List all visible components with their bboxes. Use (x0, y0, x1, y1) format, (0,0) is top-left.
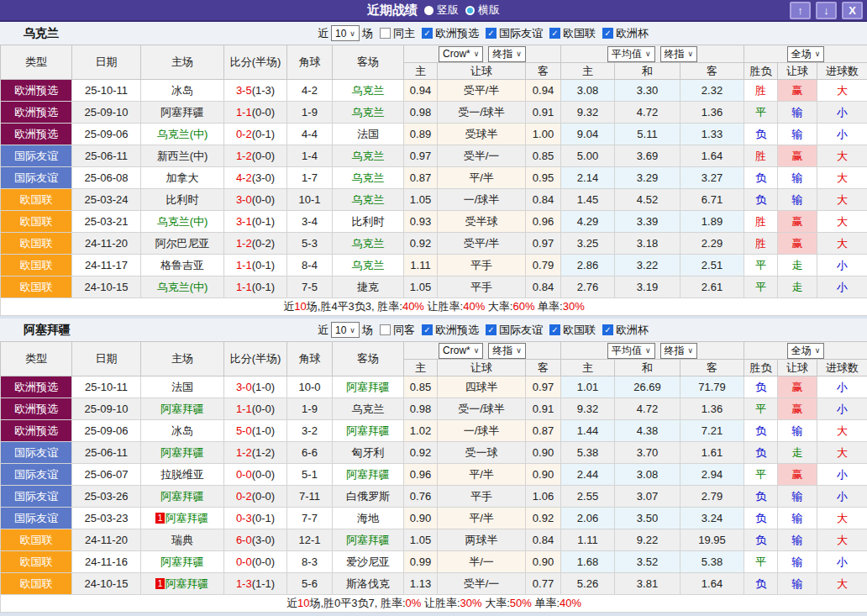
chevron-down-icon: ∨ (474, 346, 480, 355)
avg-away-odds: 2.32 (680, 80, 744, 102)
col-corner: 角球 (287, 342, 333, 376)
away-team: 法国 (333, 124, 404, 145)
chevron-down-icon: ∨ (474, 50, 480, 58)
handicap-line: 两球半 (438, 529, 526, 551)
avg-draw-odds: 4.52 (615, 189, 680, 211)
away-team: 乌克兰 (333, 145, 404, 167)
avg-away-odds: 2.79 (680, 486, 744, 508)
result-wdl: 胜 (744, 211, 778, 233)
result-handicap: 赢 (778, 376, 817, 398)
handicap-line: 平手 (438, 255, 526, 276)
result-handicap: 赢 (778, 398, 817, 420)
league-checkbox-3[interactable]: ✓ (602, 324, 613, 335)
match-row: 欧洲预选 25-09-10 阿塞拜疆 1-1(0-0) 1-9 乌克兰 0.98… (1, 398, 867, 420)
handicap-line: 受半球 (438, 211, 526, 233)
chevron-down-icon: ∨ (645, 50, 651, 58)
result-wdl: 胜 (744, 80, 778, 102)
handicap-away-odds: 0.97 (526, 233, 561, 255)
layout-radio-vertical[interactable]: 竖版 (424, 3, 459, 18)
matches-table: 类型 日期 主场 比分(半场) 角球 客场 Crow*∨ 终指∨ 平均值∨ 终指… (0, 45, 867, 316)
result-handicap: 输 (778, 167, 817, 189)
avg-draw-odds: 5.11 (615, 124, 680, 145)
avg-home-odds: 9.32 (561, 398, 615, 420)
handicap-away-odds: 1.00 (526, 124, 561, 145)
league-checkbox-0[interactable]: ✓ (422, 28, 433, 39)
match-count-select[interactable]: 10∨ (331, 322, 360, 338)
scope-select[interactable]: 全场∨ (787, 46, 825, 62)
corner-score: 5-6 (287, 573, 333, 595)
handicap-away-odds: 0.92 (526, 508, 561, 529)
score-cell: 0-0(0-0) (224, 464, 287, 486)
result-goals: 大 (817, 167, 867, 189)
handicap-away-odds: 0.77 (526, 573, 561, 595)
col-goals-result: 进球数 (817, 360, 867, 376)
home-team: 1阿塞拜疆 (141, 573, 224, 595)
league-checkbox-3[interactable]: ✓ (602, 28, 613, 39)
handicap-line: 受平/半 (438, 80, 526, 102)
league-label-3: 欧洲杯 (616, 323, 649, 338)
odds-stage-select[interactable]: 终指∨ (488, 46, 526, 62)
down-arrow-icon: ↓ (823, 4, 829, 17)
avg-home-odds: 3.08 (561, 80, 615, 102)
result-handicap: 输 (778, 189, 817, 211)
near-label: 近 (318, 323, 328, 338)
avg-away-odds: 1.36 (680, 398, 744, 420)
league-badge: 欧国联 (1, 255, 72, 276)
avg-home-odds: 1.11 (561, 529, 615, 551)
avg-draw-odds: 3.81 (615, 573, 680, 595)
corner-score: 1-7 (287, 167, 333, 189)
away-team: 乌克兰 (333, 167, 404, 189)
team-name: 阿塞拜疆 (24, 323, 71, 338)
match-count-select[interactable]: 10∨ (331, 25, 360, 41)
col-hcp-home: 主 (404, 360, 438, 376)
league-checkbox-0[interactable]: ✓ (422, 324, 433, 335)
score-cell: 3-0(0-0) (224, 189, 287, 211)
average-select[interactable]: 平均值∨ (607, 46, 655, 62)
match-count-value: 10 (335, 28, 346, 39)
scope-select[interactable]: 全场∨ (787, 343, 825, 359)
league-checkbox-1[interactable]: ✓ (486, 324, 497, 335)
layout-radio-horizontal[interactable]: 横版 (465, 3, 500, 18)
result-wdl: 负 (744, 442, 778, 464)
match-row: 欧国联 24-10-15 1阿塞拜疆 1-3(1-1) 5-6 斯洛伐克 1.1… (1, 573, 867, 595)
move-down-button[interactable]: ↓ (816, 2, 837, 19)
handicap-away-odds: 0.95 (526, 167, 561, 189)
same-venue-checkbox[interactable] (380, 28, 391, 39)
avg-stage-select[interactable]: 终指∨ (660, 46, 698, 62)
score-cell: 0-2(0-0) (224, 486, 287, 508)
avg-home-odds: 5.38 (561, 442, 615, 464)
handicap-line: 平/半 (438, 167, 526, 189)
away-team: 乌克兰 (333, 233, 404, 255)
league-checkbox-2[interactable]: ✓ (549, 324, 560, 335)
away-team: 爱沙尼亚 (333, 551, 404, 573)
col-wdl: 胜负 (744, 63, 778, 80)
result-handicap: 输 (778, 124, 817, 145)
handicap-home-odds: 0.98 (404, 102, 438, 124)
league-checkbox-2[interactable]: ✓ (549, 28, 560, 39)
col-hcp-away: 客 (526, 360, 561, 376)
result-wdl: 平 (744, 255, 778, 276)
match-row: 欧国联 25-03-21 乌克兰(中) 3-1(0-1) 3-4 比利时 0.9… (1, 211, 867, 233)
result-goals: 小 (817, 376, 867, 398)
move-up-button[interactable]: ↑ (790, 2, 811, 19)
bookmaker-select[interactable]: Crow*∨ (439, 46, 483, 62)
avg-away-odds: 71.79 (680, 376, 744, 398)
odds-stage-select[interactable]: 终指∨ (488, 343, 526, 359)
home-team: 冰岛 (141, 80, 224, 102)
handicap-line: 受半/一 (438, 573, 526, 595)
same-venue-checkbox[interactable] (380, 324, 391, 335)
result-handicap: 输 (778, 508, 817, 529)
handicap-line: 平/半 (438, 464, 526, 486)
home-team: 冰岛 (141, 420, 224, 442)
handicap-home-odds: 0.85 (404, 376, 438, 398)
section-filter-bar: 阿塞拜疆 近 10∨ 场 同客 ✓ 欧洲预选 ✓ 国际友谊 ✓ 欧国联 ✓ 欧洲… (0, 319, 867, 341)
bookmaker-select[interactable]: Crow*∨ (439, 343, 483, 359)
result-goals: 大 (817, 80, 867, 102)
col-away: 客场 (333, 45, 404, 80)
league-checkbox-1[interactable]: ✓ (486, 28, 497, 39)
match-row: 欧洲预选 25-10-11 法国 3-0(1-0) 10-0 阿塞拜疆 0.85… (1, 376, 867, 398)
avg-stage-select[interactable]: 终指∨ (660, 343, 698, 359)
average-select[interactable]: 平均值∨ (607, 343, 655, 359)
close-button[interactable]: X (842, 2, 863, 19)
avg-home-odds: 9.32 (561, 102, 615, 124)
